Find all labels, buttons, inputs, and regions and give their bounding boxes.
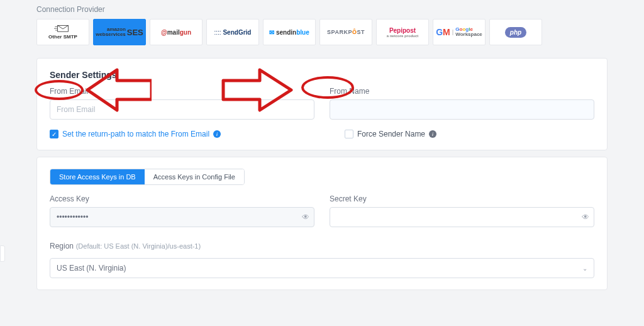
envelope-icon bbox=[54, 25, 72, 33]
provider-amazon-ses[interactable]: amazon webservices SES bbox=[93, 19, 146, 45]
return-path-checkbox[interactable]: ✓ Set the return-path to match the From … bbox=[50, 130, 299, 138]
provider-sendgrid[interactable]: :::: SendGrid bbox=[206, 19, 259, 45]
keys-tabs: Store Access Keys in DB Access Keys in C… bbox=[50, 169, 245, 185]
from-name-label: From Name bbox=[330, 87, 369, 96]
info-icon[interactable]: i bbox=[213, 130, 221, 138]
from-email-label: From Email bbox=[50, 87, 88, 96]
provider-row: Other SMTP amazon webservices SES @mailg… bbox=[11, 19, 633, 52]
sidebar-edge bbox=[0, 245, 5, 262]
checkbox-checked-icon: ✓ bbox=[50, 130, 58, 138]
region-hint: (Default: US East (N. Virginia)/us-east-… bbox=[76, 242, 201, 250]
info-icon[interactable]: i bbox=[429, 130, 436, 138]
from-email-input[interactable] bbox=[50, 99, 314, 120]
eye-icon[interactable]: 👁 bbox=[302, 213, 309, 222]
sender-settings-card: Sender Settings From Email From Name ✓ S… bbox=[36, 58, 608, 150]
chevron-down-icon: ⌄ bbox=[582, 265, 587, 272]
provider-sendinblue[interactable]: ✉ sendinblue bbox=[263, 19, 316, 45]
provider-other-smtp[interactable]: Other SMTP bbox=[36, 19, 89, 45]
provider-pepipost[interactable]: Pepipost a netcore product bbox=[376, 19, 429, 45]
provider-mailgun[interactable]: @mailgun bbox=[150, 19, 203, 45]
provider-php[interactable]: php bbox=[489, 19, 542, 45]
provider-sparkpost[interactable]: SPARKPÔST bbox=[319, 19, 372, 45]
force-sender-checkbox[interactable]: Force Sender Name i bbox=[314, 130, 594, 138]
access-keys-card: Store Access Keys in DB Access Keys in C… bbox=[36, 157, 608, 290]
access-key-input[interactable] bbox=[50, 207, 314, 227]
tab-store-keys-db[interactable]: Store Access Keys in DB bbox=[50, 169, 145, 184]
sender-settings-title: Sender Settings bbox=[50, 70, 594, 80]
access-key-label: Access Key bbox=[50, 194, 89, 203]
eye-icon[interactable]: 👁 bbox=[582, 213, 589, 222]
tab-keys-config-file[interactable]: Access Keys in Config File bbox=[145, 169, 244, 184]
secret-key-input[interactable] bbox=[330, 207, 594, 227]
region-label: Region bbox=[50, 242, 74, 250]
checkbox-unchecked-icon bbox=[345, 130, 353, 138]
provider-label: Other SMTP bbox=[48, 34, 77, 40]
connection-provider-label: Connection Provider bbox=[11, 0, 633, 19]
secret-key-label: Secret Key bbox=[330, 194, 367, 203]
provider-google-workspace[interactable]: GM | GoogleWorkspace bbox=[433, 19, 486, 45]
from-name-input[interactable] bbox=[330, 99, 594, 120]
region-select[interactable]: US East (N. Virginia) ⌄ bbox=[50, 258, 594, 278]
